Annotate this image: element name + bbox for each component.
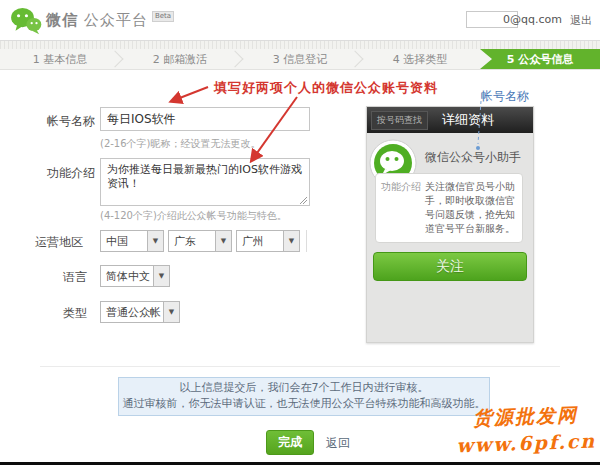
watermark: 货源批发网 www.6pf.cn: [455, 401, 597, 460]
brand-suffix: 公众平台: [84, 11, 148, 29]
type-select[interactable]: 普通公众帐 ▼: [100, 301, 180, 323]
region-country-select[interactable]: 中国 ▼: [100, 230, 164, 252]
chevron-down-icon: ▼: [163, 302, 179, 322]
textarea-resize-grip[interactable]: [300, 197, 307, 204]
region-label: 运营地区: [35, 234, 83, 251]
logout-link[interactable]: 退出: [570, 13, 592, 28]
region-province-value: 广东: [169, 234, 215, 249]
notice-line-2: 通过审核前，你无法申请认证，也无法使用公众平台特殊功能和高级功能。: [119, 396, 489, 412]
chevron-down-icon: ▼: [283, 231, 299, 251]
step-1-basic-info[interactable]: 1 基本信息: [0, 49, 120, 69]
chevron-down-icon: ▼: [147, 231, 163, 251]
language-label: 语言: [63, 269, 87, 286]
wechat-logo-icon: [10, 7, 42, 35]
type-label: 类型: [63, 305, 87, 322]
chevron-down-icon: ▼: [215, 231, 231, 251]
watermark-line-2: www.6pf.cn: [456, 428, 597, 460]
follow-button[interactable]: 关注: [373, 252, 527, 281]
region-city-select[interactable]: 广州 ▼: [236, 230, 300, 252]
preview-intro-text: 关注微信官员号小助手，即时收取微信官号问题反馈，抢先知道官号平台新服务。: [425, 180, 517, 236]
language-value: 简体中文: [101, 269, 153, 284]
preview-header: 按号码查找 详细资料: [367, 107, 533, 133]
step-label: 2 邮箱激活: [153, 52, 208, 67]
account-email: 0@qq.com: [503, 13, 562, 26]
tab-detail-info[interactable]: 详细资料: [442, 111, 494, 129]
chevron-down-icon: ▼: [153, 266, 169, 286]
step-label: 4 选择类型: [393, 52, 448, 67]
step-3-info-register[interactable]: 3 信息登记: [240, 49, 360, 69]
tab-find-by-number[interactable]: 按号码查找: [371, 111, 428, 130]
intro-hint: (4-120个字)介绍此公众帐号功能与特色。: [100, 209, 287, 223]
header: 微信 公众平台 Beta 0@qq.com 退出: [0, 0, 600, 40]
intro-textarea[interactable]: 为你推送每日最新最热门的IOS软件游戏资讯！: [100, 158, 310, 206]
wechat-public-platform-page: 微信 公众平台 Beta 0@qq.com 退出 1 基本信息 2 邮箱激活 3…: [0, 0, 600, 465]
notice-line-1: 以上信息提交后，我们会在7个工作日内进行审核。: [119, 380, 489, 396]
review-notice-box: 以上信息提交后，我们会在7个工作日内进行审核。 通过审核前，你无法申请认证，也无…: [118, 377, 490, 416]
step-label: 3 信息登记: [273, 52, 328, 67]
preview-pointer-label: 帐号名称: [481, 88, 529, 105]
step-label: 5 公众号信息: [507, 52, 573, 67]
annotation-text: 填写好两项个人的微信公众账号资料: [214, 79, 438, 97]
account-preview-panel: 按号码查找 详细资料 微信公众号小助手 功能介绍 关注微信官员号小助手，即时收取…: [366, 106, 534, 343]
region-country-value: 中国: [101, 234, 147, 249]
account-name-label: 帐号名称: [47, 113, 95, 130]
step-4-choose-type[interactable]: 4 选择类型: [360, 49, 480, 69]
region-city-value: 广州: [237, 234, 283, 249]
beta-badge: Beta: [152, 11, 174, 22]
preview-intro-card: 功能介绍 关注微信官员号小助手，即时收取微信官号问题反馈，抢先知道官号平台新服务…: [375, 173, 523, 243]
type-value: 普通公众帐: [101, 305, 163, 320]
back-link[interactable]: 返回: [326, 435, 350, 452]
account-name-input[interactable]: [100, 107, 310, 131]
brand-name: 微信: [46, 11, 78, 29]
step-2-email-activate[interactable]: 2 邮箱激活: [120, 49, 240, 69]
preview-nickname: 微信公众号小助手: [425, 149, 521, 166]
region-divider: [306, 230, 307, 252]
step-5-account-info[interactable]: 5 公众号信息: [480, 49, 600, 69]
finish-button[interactable]: 完成: [266, 430, 314, 455]
section-divider: [40, 366, 560, 367]
intro-label: 功能介绍: [47, 165, 95, 182]
language-select[interactable]: 简体中文 ▼: [100, 265, 170, 287]
brand-title: 微信 公众平台: [46, 11, 148, 30]
step-label: 1 基本信息: [33, 52, 88, 67]
account-name-hint: (2-16个字)昵称；经设置无法更改。: [100, 137, 261, 151]
red-arrow-to-name-input: [172, 87, 208, 101]
preview-intro-label: 功能介绍: [381, 180, 425, 236]
region-province-select[interactable]: 广东 ▼: [168, 230, 232, 252]
step-bar: 1 基本信息 2 邮箱激活 3 信息登记 4 选择类型 5 公众号信息: [0, 49, 600, 70]
